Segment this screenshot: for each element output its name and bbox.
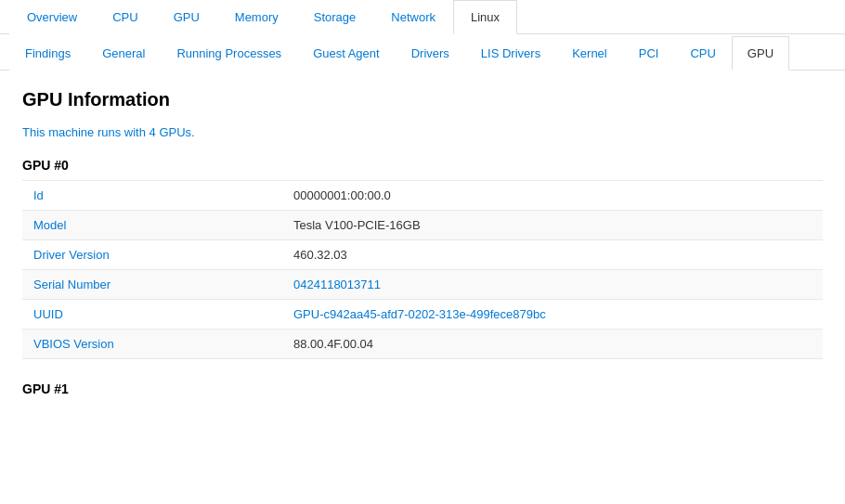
- page-title: GPU Information: [22, 89, 823, 110]
- row-label-id: Id: [22, 181, 282, 211]
- subtab-guest-agent[interactable]: Guest Agent: [297, 36, 396, 71]
- row-label-driver: Driver Version: [22, 240, 282, 270]
- sub-nav: Findings General Running Processes Guest…: [0, 36, 845, 71]
- table-row: VBIOS Version 88.00.4F.00.04: [22, 330, 823, 359]
- row-label-uuid: UUID: [22, 300, 282, 330]
- row-value-uuid: GPU-c942aa45-afd7-0202-313e-499fece879bc: [282, 300, 823, 330]
- table-row: Model Tesla V100-PCIE-16GB: [22, 211, 823, 240]
- row-value-model: Tesla V100-PCIE-16GB: [282, 211, 823, 240]
- gpu1-section-title: GPU #1: [22, 381, 823, 396]
- tab-storage[interactable]: Storage: [296, 0, 374, 34]
- tab-overview[interactable]: Overview: [9, 0, 95, 34]
- row-value-id: 00000001:00:00.0: [282, 181, 823, 211]
- subtab-general[interactable]: General: [86, 36, 161, 71]
- subtab-drivers[interactable]: Drivers: [396, 36, 465, 71]
- table-row: Id 00000001:00:00.0: [22, 181, 823, 211]
- tab-cpu[interactable]: CPU: [95, 0, 155, 34]
- row-value-driver: 460.32.03: [282, 240, 823, 270]
- gpu0-table: Id 00000001:00:00.0 Model Tesla V100-PCI…: [22, 180, 823, 359]
- table-row: UUID GPU-c942aa45-afd7-0202-313e-499fece…: [22, 300, 823, 330]
- tab-memory[interactable]: Memory: [217, 0, 296, 34]
- subtab-lis-drivers[interactable]: LIS Drivers: [465, 36, 556, 71]
- row-value-vbios: 88.00.4F.00.04: [282, 330, 823, 359]
- row-label-model: Model: [22, 211, 282, 240]
- row-label-serial: Serial Number: [22, 270, 282, 300]
- tab-network[interactable]: Network: [373, 0, 453, 34]
- subtab-findings[interactable]: Findings: [9, 36, 86, 71]
- table-row: Serial Number 0424118013711: [22, 270, 823, 300]
- subtab-pci[interactable]: PCI: [623, 36, 675, 71]
- main-content: GPU Information This machine runs with 4…: [0, 71, 845, 422]
- tab-gpu[interactable]: GPU: [156, 0, 217, 34]
- gpu-count-text: This machine runs with 4 GPUs.: [22, 125, 823, 139]
- row-value-serial: 0424118013711: [282, 270, 823, 300]
- tab-linux[interactable]: Linux: [453, 0, 517, 34]
- row-label-vbios: VBIOS Version: [22, 330, 282, 359]
- subtab-cpu[interactable]: CPU: [674, 36, 731, 71]
- gpu0-section-title: GPU #0: [22, 158, 823, 173]
- top-nav: Overview CPU GPU Memory Storage Network …: [0, 0, 845, 34]
- subtab-kernel[interactable]: Kernel: [556, 36, 623, 71]
- table-row: Driver Version 460.32.03: [22, 240, 823, 270]
- subtab-gpu[interactable]: GPU: [732, 36, 789, 71]
- subtab-running-processes[interactable]: Running Processes: [161, 36, 297, 71]
